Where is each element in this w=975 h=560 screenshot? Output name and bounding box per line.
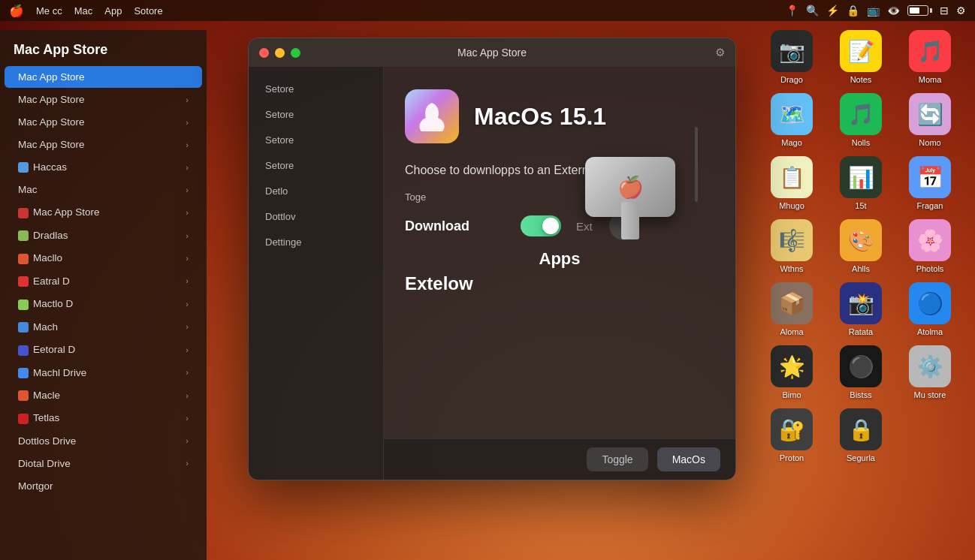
desktop-icon-fantastical[interactable]: 📅 Fragan [900,156,960,210]
desktop-icon-bimo[interactable]: 🌟 Bimo [762,345,822,399]
sidebar-item-mactlo-d[interactable]: Mactlo D › [5,293,202,315]
desktop-icon-music[interactable]: 🎵 Moma [900,30,960,84]
photols-app-icon: 🌸 [909,219,951,261]
rotate-app-label: Nomo [919,138,940,147]
mustore-app-label: Mu store [914,390,946,399]
desktop-icon-atolma[interactable]: 🔵 Atolma [900,282,960,336]
chevron-right-icon: › [186,322,189,331]
desktop-icons-grid: 📷 Drago 📝 Notes 🎵 Moma 🗺️ Mago 🎵 Nolls 🔄… [762,30,960,462]
wifi-icon: 📍 [786,5,798,17]
sidebar-item-mac-app-store-1[interactable]: Mac App Store [5,66,202,88]
sidebar-item-label: Dradlas [18,230,68,241]
chevron-right-icon: › [186,95,189,104]
app-icon-large [405,89,459,143]
desktop-icon-ratata[interactable]: 📸 Ratata [831,282,891,336]
sidebar-item-eetoral-d[interactable]: Eetoral D › [5,339,202,360]
window-maximize-button[interactable] [291,48,300,58]
sidebar-item-mac-app-store-2[interactable]: Mac App Store › [5,89,202,110]
desktop-icon-bistss[interactable]: ⚫ Bistss [831,345,891,399]
notes2-app-label: Mhugo [779,201,804,210]
sidebar-item-label: Mortgor [18,480,53,492]
sidebar-item-mac-app-store-5[interactable]: Mac App Store › [5,201,202,223]
sidebar-item-mac-app-store-3[interactable]: Mac App Store › [5,111,202,133]
modal-nav-setore-4[interactable]: Setore [253,153,379,178]
modal-nav-setore-2[interactable]: Setore [253,102,379,127]
sidebar-item-label: Mac App Store [18,94,85,105]
sidebar-item-mac-app-store-4[interactable]: Mac App Store › [5,134,202,155]
notes2-app-icon: 📋 [771,156,813,198]
chevron-right-icon: › [186,345,189,354]
apple-logo-icon[interactable]: 🍎 [9,4,24,18]
app-title-text: MacOs 15.1 [474,103,606,131]
sidebar-item-diotal-drive[interactable]: Diotal Drive › [5,453,202,474]
usb-cable-graphic [695,127,698,202]
sidebar-item-mortgor[interactable]: Mortgor [5,475,202,497]
chevron-right-icon: › [186,163,189,172]
bistss-app-icon: ⚫ [840,345,882,387]
flash-icon: ⚡ [826,5,839,17]
fantastical-app-icon: 📅 [909,156,951,198]
sidebar-item-macllo[interactable]: Macllo › [5,247,202,269]
modal-nav-setore-1[interactable]: Setore [253,77,379,101]
desktop-icon-photols[interactable]: 🌸 Photols [900,219,960,273]
menubar-item-app[interactable]: App [104,5,122,17]
usb-body-graphic: 🍎 [585,157,675,217]
drago-app-label: Drago [780,75,803,84]
desktop-icon-proton[interactable]: 🔐 Proton [762,408,822,462]
modal-nav-detlo[interactable]: Detlo [253,179,379,203]
desktop-icon-segurla[interactable]: 🔒 Segurla [831,408,891,462]
notes-app-label: Notes [850,75,872,84]
desktop-icon-audio[interactable]: 🎼 Wthns [762,219,822,273]
usb-apple-icon: 🍎 [617,175,644,200]
menubar-item-mecc[interactable]: Me cc [36,5,62,17]
sidebar-item-tetlas[interactable]: Tetlas › [5,407,202,429]
window-minimize-button[interactable] [275,48,285,58]
download-toggle-switch[interactable] [521,215,561,236]
menubar-item-sotore[interactable]: Sotore [134,5,162,17]
sidebar-item-macle[interactable]: Macle › [5,384,202,406]
screen-icon: 📺 [867,5,880,17]
sidebar-item-label: Tetlas [18,412,59,423]
modal-nav-dottlov[interactable]: Dottlov [253,204,379,229]
sidebar-item-machl-drive[interactable]: Machl Drive › [5,362,202,384]
spotify-app-label: Nolls [852,138,870,147]
toggle-button[interactable]: Toggle [587,447,647,471]
atolma-app-label: Atolma [917,327,943,336]
desktop-icon-aloma[interactable]: 📦 Aloma [762,282,822,336]
menubar-item-mac[interactable]: Mac [74,5,93,17]
sidebar-item-eatral-d[interactable]: Eatral D › [5,270,202,292]
toggle-knob [542,218,559,234]
drago-app-icon: 📷 [771,30,813,72]
desktop-icon-notes[interactable]: 📝 Notes [831,30,891,84]
sidebar-item-mac[interactable]: Mac › [5,179,202,200]
chevron-right-icon: › [186,185,189,194]
proton-app-label: Proton [780,453,804,462]
desktop-icon-maps[interactable]: 🗺️ Mago [762,93,822,147]
window-close-button[interactable] [259,48,269,58]
sidebar-item-mach[interactable]: Mach › [5,316,202,338]
desktop-icon-rotate[interactable]: 🔄 Nomo [900,93,960,147]
fantastical-app-label: Fragan [917,201,943,210]
ai-app-label: Ahlls [852,264,870,273]
desktop-icon-notes2[interactable]: 📋 Mhugo [762,156,822,210]
chevron-right-icon: › [186,118,189,127]
desktop-icon-ai-app[interactable]: 🎨 Ahlls [831,219,891,273]
modal-nav-dettinge[interactable]: Dettinge [253,230,379,254]
desktop-icon-spotify[interactable]: 🎵 Nolls [831,93,891,147]
sidebar-item-haccas[interactable]: Haccas › [5,156,202,178]
desktop-icon-15t[interactable]: 📊 15t [831,156,891,210]
settings-gear-icon[interactable]: ⚙ [715,46,725,59]
ratata-app-label: Ratata [849,327,873,336]
desktop-icon-mustore[interactable]: ⚙️ Mu store [900,345,960,399]
toggle-download-label: Download [405,218,510,234]
bimo-app-label: Bimo [782,390,801,399]
sidebar-item-dradlas[interactable]: Dradlas › [5,224,202,246]
macos-button[interactable]: MacOs [657,447,720,471]
15t-app-label: 15t [855,201,866,210]
desktop-icon-drago[interactable]: 📷 Drago [762,30,822,84]
music-app-icon: 🎵 [909,30,951,72]
sidebar-item-label: Mac App Store [18,206,100,218]
sidebar-item-dottlos-drive[interactable]: Dottlos Drive › [5,430,202,452]
modal-nav-setore-3[interactable]: Setore [253,128,379,152]
sidebar-item-label: Mac App Store [18,116,85,128]
